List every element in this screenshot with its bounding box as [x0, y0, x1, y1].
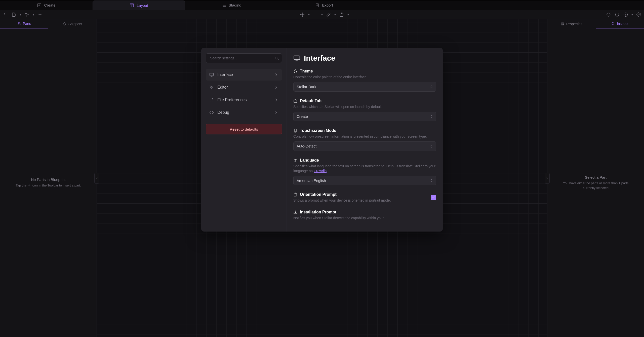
reset-button[interactable]: Reset to defaults	[206, 124, 282, 134]
setting-installation: Installation Prompt Notifies you when St…	[293, 210, 436, 220]
orientation-checkbox[interactable]	[431, 195, 436, 200]
settings-button[interactable]	[635, 11, 642, 18]
add-button[interactable]	[36, 11, 44, 18]
setting-desc: Shows a prompt when your device is orien…	[293, 198, 428, 203]
setting-desc: Notifies you when Stellar detects the ca…	[293, 216, 436, 220]
tab-label: Snippets	[68, 22, 82, 26]
cursor-icon	[25, 12, 29, 17]
settings-modal: Interface Editor File Preferences Debug …	[201, 48, 443, 232]
caret-icon: ▾	[32, 13, 35, 16]
caret-icon: ▾	[630, 13, 634, 16]
touchscreen-select[interactable]: Auto-Detect	[293, 141, 436, 151]
caret-icon: ▾	[320, 13, 324, 16]
select-value: Create	[297, 114, 308, 119]
left-panel: Parts Snippets No Parts in Blueprint Tap…	[0, 19, 97, 337]
default-tab-select[interactable]: Create	[293, 112, 436, 121]
setting-touchscreen: Touchscreen Mode Controls how on-screen …	[293, 128, 436, 151]
list-icon	[222, 3, 226, 8]
info-icon	[623, 12, 628, 17]
updown-icon	[429, 178, 433, 182]
select-button[interactable]	[312, 11, 319, 18]
tab-create[interactable]: Create	[0, 1, 93, 10]
s-button[interactable]	[2, 11, 9, 18]
setting-theme: Theme Controls the color palette of the …	[293, 69, 436, 92]
type-icon	[293, 158, 297, 162]
monitor-icon	[209, 72, 214, 77]
monitor-icon	[293, 55, 300, 62]
category-label: File Preferences	[217, 98, 270, 102]
search-input[interactable]	[206, 53, 282, 63]
move-icon	[300, 12, 305, 17]
tab-label: Create	[44, 3, 55, 7]
tab-export[interactable]: Export	[278, 1, 370, 10]
cursor-button[interactable]	[23, 11, 31, 18]
cursor-icon	[209, 85, 214, 90]
caret-icon: ▾	[333, 13, 337, 16]
tab-staging[interactable]: Staging	[185, 1, 278, 10]
category-label: Interface	[217, 72, 270, 77]
layout-icon	[130, 3, 134, 8]
crowdin-link[interactable]: Crowdin	[314, 169, 327, 173]
setting-desc: Controls how on-screen information is pr…	[293, 134, 436, 139]
drop-icon	[293, 69, 297, 73]
search-icon	[275, 56, 279, 60]
setting-default-tab: Default Tab Specifies which tab Stellar …	[293, 99, 436, 121]
empty-desc: You have either no parts or more than 1 …	[557, 181, 634, 190]
tab-label: Inspect	[617, 22, 628, 26]
tab-layout[interactable]: Layout	[93, 1, 185, 10]
language-select[interactable]: American English	[293, 176, 436, 185]
caret-icon: ▾	[19, 13, 22, 16]
undo-button[interactable]	[605, 11, 612, 18]
undo-icon	[606, 12, 611, 17]
toolbar: ▾ ▾ ▾ ▾ ▾ ▾ ▾	[0, 10, 644, 19]
setting-desc: Controls the color palette of the entire…	[293, 75, 436, 80]
redo-button[interactable]	[613, 11, 621, 18]
collapse-left-panel[interactable]	[94, 173, 99, 184]
chevron-left-icon	[95, 176, 99, 180]
collapse-right-panel[interactable]	[545, 173, 550, 184]
pen-icon	[326, 12, 331, 17]
updown-icon	[429, 85, 433, 89]
category-label: Editor	[217, 85, 270, 90]
file-icon	[209, 98, 214, 102]
clipboard-button[interactable]	[338, 11, 345, 18]
pen-button[interactable]	[325, 11, 332, 18]
tab-label: Parts	[23, 22, 31, 26]
setting-desc: Specifies what language the text on scre…	[293, 164, 436, 173]
chevron-right-icon	[274, 72, 278, 77]
empty-desc: Tap the icon in the Toolbar to insert a …	[16, 183, 81, 188]
setting-orientation: Orientation Prompt Shows a prompt when y…	[293, 192, 436, 203]
page-title: Interface	[293, 54, 436, 62]
plus-square-icon	[37, 3, 42, 8]
tab-properties[interactable]: Properties	[547, 19, 596, 28]
download-icon	[293, 210, 297, 214]
diamond-icon	[63, 22, 66, 26]
updown-icon	[429, 115, 433, 119]
tab-snippets[interactable]: Snippets	[48, 19, 97, 28]
category-editor[interactable]: Editor	[206, 82, 282, 93]
tab-label: Staging	[229, 3, 242, 7]
category-file-preferences[interactable]: File Preferences	[206, 94, 282, 106]
info-button[interactable]	[622, 11, 629, 18]
setting-desc: Specifies which tab Stellar will open on…	[293, 104, 436, 109]
setting-language: Language Specifies what language the tex…	[293, 158, 436, 185]
move-button[interactable]	[299, 11, 306, 18]
tab-label: Properties	[566, 22, 582, 26]
theme-select[interactable]: Stellar Dark	[293, 82, 436, 92]
tab-parts[interactable]: Parts	[0, 19, 48, 28]
settings-sidebar: Interface Editor File Preferences Debug …	[201, 48, 287, 232]
caret-icon: ▾	[307, 13, 311, 16]
plus-icon	[27, 183, 31, 187]
tab-label: Layout	[137, 3, 148, 8]
tab-inspect[interactable]: Inspect	[596, 19, 644, 28]
category-label: Debug	[217, 110, 270, 115]
category-interface[interactable]: Interface	[206, 69, 282, 81]
updown-icon	[429, 144, 433, 148]
category-debug[interactable]: Debug	[206, 107, 282, 118]
rotate-icon	[293, 193, 297, 197]
plus-icon	[38, 12, 42, 17]
tab-label: Export	[322, 3, 333, 7]
file-button[interactable]	[10, 11, 18, 18]
main-tabs-bar: Create Layout Staging Export	[0, 1, 644, 10]
right-panel: Properties Inspect Select a Part You hav…	[547, 19, 644, 337]
